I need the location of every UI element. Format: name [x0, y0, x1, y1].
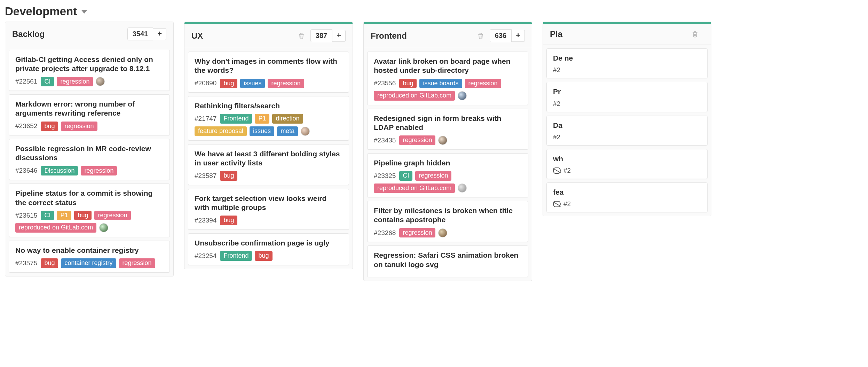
issue-label[interactable]: Discussion	[41, 166, 78, 176]
issue-label[interactable]: issue boards	[419, 79, 462, 88]
issue-label[interactable]: regression	[94, 211, 131, 220]
issue-title: fea	[553, 188, 701, 197]
issue-card[interactable]: We have at least 3 different bolding sty…	[188, 144, 349, 185]
issue-card[interactable]: Filter by milestones is broken when titl…	[367, 201, 528, 242]
issue-label[interactable]: regression	[268, 79, 304, 88]
assignee-avatar[interactable]	[438, 136, 447, 145]
issue-label[interactable]: regression	[465, 79, 501, 88]
issue-title: Pr	[553, 87, 701, 96]
issue-label[interactable]: reproduced on GitLab.com	[374, 184, 455, 193]
assignee-avatar[interactable]	[458, 91, 467, 100]
issue-title: Fork target selection view looks weird w…	[195, 194, 342, 212]
issue-card[interactable]: Possible regression in MR code-review di…	[9, 139, 170, 180]
issue-label[interactable]: Frontend	[220, 251, 252, 261]
issue-label[interactable]: bug	[41, 122, 58, 131]
issue-label[interactable]: bug	[220, 79, 237, 88]
board-title[interactable]: Development	[5, 5, 77, 18]
confidential-icon	[553, 167, 561, 174]
assignee-avatar[interactable]	[301, 127, 310, 136]
issue-label[interactable]: meta	[277, 126, 298, 136]
issue-card[interactable]: Pipeline graph hidden#23325CIregressionr…	[367, 153, 528, 197]
issue-label[interactable]: bug	[220, 216, 237, 225]
issue-meta: #20890bugissuesregression	[195, 79, 342, 88]
column-header: Backlog3541+	[5, 22, 173, 46]
issue-label[interactable]: regression	[415, 171, 451, 181]
assignee-avatar[interactable]	[99, 223, 108, 232]
issue-title: Why don't images in comments flow with t…	[195, 57, 342, 75]
issue-label[interactable]: reproduced on GitLab.com	[374, 91, 455, 101]
issue-label[interactable]: feature proposal	[195, 126, 247, 136]
issue-meta: #2	[553, 167, 701, 174]
column-cards: Gitlab-CI getting Access denied only on …	[5, 46, 173, 276]
confidential-icon	[553, 201, 561, 207]
issue-card[interactable]: wh#2	[546, 149, 708, 179]
add-card-button[interactable]: +	[332, 30, 346, 42]
delete-column-icon[interactable]	[298, 32, 305, 40]
delete-column-icon[interactable]	[477, 32, 484, 40]
issue-title: Filter by milestones is broken when titl…	[374, 206, 522, 225]
issue-meta: #23575bugcontainer registryregression	[15, 258, 163, 268]
issue-label[interactable]: container registry	[61, 258, 116, 268]
issue-label[interactable]: issues	[240, 79, 265, 88]
issue-meta: #23556bugissue boardsregressionreproduce…	[374, 79, 522, 101]
issue-card[interactable]: Avatar link broken on board page when ho…	[367, 52, 528, 105]
issue-card[interactable]: Why don't images in comments flow with t…	[188, 52, 349, 93]
issue-title: De ne	[553, 54, 701, 63]
issue-label[interactable]: Frontend	[220, 114, 252, 124]
issue-label[interactable]: CI	[41, 77, 54, 87]
issue-label[interactable]: bug	[399, 79, 417, 88]
issue-meta: #2	[553, 66, 701, 74]
add-card-button[interactable]: +	[153, 28, 166, 40]
issue-label[interactable]: P1	[255, 114, 269, 124]
issue-id: #20890	[195, 79, 216, 87]
issue-id: #2	[563, 200, 571, 208]
column-title: Frontend	[371, 31, 477, 41]
issue-label[interactable]: regression	[57, 77, 93, 87]
issue-card[interactable]: De ne#2	[546, 48, 708, 78]
assignee-avatar[interactable]	[96, 77, 105, 86]
issue-card[interactable]: Pr#2	[546, 82, 708, 112]
issue-card[interactable]: Rethinking filters/search#21747FrontendP…	[188, 96, 349, 140]
issue-title: Gitlab-CI getting Access denied only on …	[15, 55, 163, 73]
issue-label[interactable]: regression	[119, 258, 155, 268]
issue-label[interactable]: bug	[74, 211, 92, 220]
issue-label[interactable]: bug	[220, 171, 237, 181]
issue-card[interactable]: Gitlab-CI getting Access denied only on …	[9, 50, 170, 91]
column-header: Frontend636+	[364, 24, 532, 48]
column-header: Pla	[543, 24, 711, 45]
issue-card[interactable]: Redesigned sign in form breaks with LDAP…	[367, 109, 528, 150]
issue-label[interactable]: P1	[57, 211, 71, 220]
add-card-button[interactable]: +	[512, 30, 525, 42]
column-cards: De ne#2Pr#2Da#2wh#2fea#2	[543, 45, 711, 216]
issue-label[interactable]: bug	[41, 258, 58, 268]
issue-id: #23268	[374, 229, 396, 237]
issue-meta: #23615CIP1bugregressionreproduced on Git…	[15, 211, 163, 233]
assignee-avatar[interactable]	[458, 184, 467, 193]
delete-column-icon[interactable]	[692, 30, 699, 38]
issue-card[interactable]: Da#2	[546, 116, 708, 146]
issue-label[interactable]: regression	[81, 166, 117, 176]
assignee-avatar[interactable]	[438, 228, 447, 237]
issue-label[interactable]: CI	[41, 211, 54, 220]
issue-card[interactable]: Fork target selection view looks weird w…	[188, 189, 349, 230]
issue-label[interactable]: reproduced on GitLab.com	[15, 223, 96, 233]
issue-card[interactable]: Unsubscribe confirmation page is ugly#23…	[188, 233, 349, 265]
issue-label[interactable]: direction	[272, 114, 303, 124]
issue-label[interactable]: issues	[250, 126, 274, 136]
issue-card[interactable]: Pipeline status for a commit is showing …	[9, 184, 170, 237]
issue-title: Avatar link broken on board page when ho…	[374, 57, 522, 75]
issue-id: #2	[553, 100, 560, 108]
issue-label[interactable]: regression	[61, 122, 97, 131]
issue-card[interactable]: fea#2	[546, 182, 708, 212]
column-count: 387	[310, 29, 332, 42]
issue-label[interactable]: bug	[255, 251, 272, 261]
issue-card[interactable]: Markdown error: wrong number of argument…	[9, 94, 170, 135]
issue-label[interactable]: CI	[399, 171, 412, 181]
issue-card[interactable]: Regression: Safari CSS animation broken …	[367, 245, 528, 277]
issue-title: Markdown error: wrong number of argument…	[15, 100, 163, 118]
issue-label[interactable]: regression	[399, 135, 435, 145]
board-dropdown-caret[interactable]	[81, 10, 87, 14]
issue-card[interactable]: No way to enable container registry#2357…	[9, 241, 170, 273]
issue-label[interactable]: regression	[399, 228, 435, 238]
issue-meta: #23435regression	[374, 135, 522, 145]
